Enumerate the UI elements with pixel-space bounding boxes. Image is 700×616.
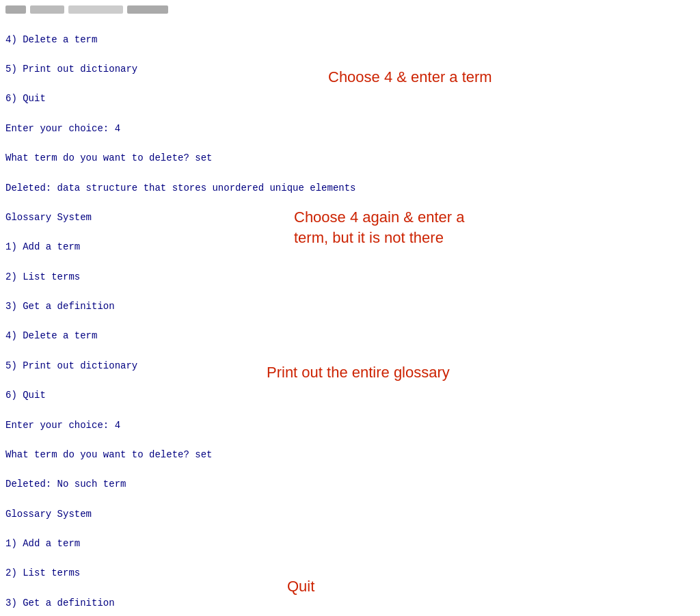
- top-bar-seg2: [30, 5, 64, 14]
- line-6: Deleted: data structure that stores unor…: [5, 183, 355, 193]
- top-bar: [5, 5, 695, 14]
- line-4: Enter your choice: 4: [5, 123, 120, 134]
- line-5: What term do you want to delete? set: [5, 152, 212, 163]
- top-bar-seg3: [68, 5, 123, 14]
- line-10: 3) Get a definition: [5, 301, 115, 312]
- line-13: 6) Quit: [5, 390, 46, 401]
- top-bar-seg1: [5, 5, 26, 14]
- line-12: 5) Print out dictionary: [5, 360, 137, 371]
- line-1: 4) Delete a term: [5, 34, 97, 45]
- line-17: Glossary System: [5, 509, 92, 520]
- line-9: 2) List terms: [5, 271, 80, 282]
- terminal-output: 4) Delete a term 5) Print out dictionary…: [5, 18, 695, 616]
- line-18: 1) Add a term: [5, 538, 80, 549]
- annotation-printout: Print out the entire glossary: [267, 364, 450, 381]
- line-8: 1) Add a term: [5, 241, 80, 252]
- annotation-choose4: Choose 4 & enter a term: [328, 68, 492, 86]
- line-14: Enter your choice: 4: [5, 420, 120, 431]
- line-3: 6) Quit: [5, 93, 46, 104]
- line-20: 3) Get a definition: [5, 598, 115, 608]
- annotation-choose4again-line1: Choose 4 again & enter a: [294, 209, 465, 226]
- annotation-quit: Quit: [287, 578, 314, 595]
- line-2: 5) Print out dictionary: [5, 64, 137, 75]
- line-16: Deleted: No such term: [5, 479, 126, 490]
- top-bar-seg4: [127, 5, 168, 14]
- line-15: What term do you want to delete? set: [5, 449, 212, 460]
- line-19: 2) List terms: [5, 567, 80, 578]
- annotation-choose4again-line2: term, but it is not there: [294, 229, 444, 247]
- line-7: Glossary System: [5, 212, 92, 223]
- line-11: 4) Delete a term: [5, 330, 97, 341]
